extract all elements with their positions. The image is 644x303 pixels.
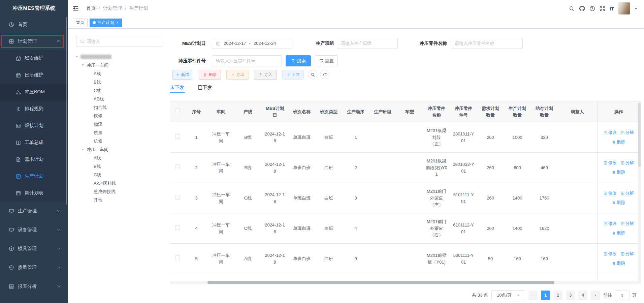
export-button[interactable]: 导出 bbox=[226, 70, 249, 80]
menu-collapse-icon[interactable] bbox=[73, 5, 79, 11]
reset-button[interactable]: 重置 bbox=[315, 55, 338, 66]
sidebar-item-shift-maint[interactable]: 班次维护 bbox=[0, 50, 68, 67]
sidebar-item-schedule-rules[interactable]: 排程规则 bbox=[0, 100, 68, 117]
delete-link[interactable]: 删除 bbox=[612, 200, 625, 206]
avatar[interactable] bbox=[618, 2, 630, 14]
tree-leaf-line[interactable]: C线 bbox=[71, 171, 166, 179]
team-filter-input[interactable] bbox=[341, 41, 394, 46]
tab-dispatched[interactable]: 已下发 bbox=[197, 82, 212, 93]
table-refresh-button[interactable] bbox=[320, 70, 329, 79]
decompose-link[interactable]: 分解 bbox=[621, 160, 634, 166]
row-checkbox[interactable] bbox=[175, 134, 180, 139]
tree-leaf-line[interactable]: A-5#落料线 bbox=[71, 179, 166, 187]
page-button-3[interactable]: 3 bbox=[566, 291, 575, 300]
decompose-link[interactable]: 分解 bbox=[621, 220, 634, 227]
modify-link[interactable]: 修改 bbox=[604, 160, 617, 166]
delete-link[interactable]: 删除 bbox=[612, 169, 625, 176]
decompose-link[interactable]: 分解 bbox=[621, 129, 634, 136]
tree-leaf-label: 物流 bbox=[94, 121, 102, 127]
tree-leaf-line[interactable]: B线 bbox=[71, 162, 166, 171]
tree-leaf-line[interactable]: AB线 bbox=[71, 95, 166, 103]
tree-leaf-line[interactable]: B线 bbox=[71, 78, 166, 86]
sidebar-item-production-plan[interactable]: 生产计划 bbox=[0, 168, 68, 185]
tree-leaf-line[interactable]: 模修 bbox=[71, 112, 166, 120]
sidebar-item-mold-mgmt[interactable]: 模具管理 bbox=[0, 239, 68, 258]
delete-button[interactable]: 删除 bbox=[199, 70, 221, 80]
tab-undispatched[interactable]: 未下发 bbox=[170, 82, 185, 93]
delete-link[interactable]: 删除 bbox=[612, 139, 625, 145]
part-name-filter-input[interactable] bbox=[455, 41, 519, 46]
dispatch-button[interactable]: 下发 bbox=[282, 70, 304, 80]
delete-link[interactable]: 删除 bbox=[612, 230, 625, 236]
table-header-cell: 冲压零件名称 bbox=[423, 101, 450, 122]
sidebar-item-stamping-bom[interactable]: 冲压BOM bbox=[0, 84, 68, 100]
breadcrumb-home[interactable]: 首页 bbox=[86, 5, 96, 11]
sidebar-item-home[interactable]: 首页 bbox=[0, 16, 68, 33]
tree-leaf-line[interactable]: A线 bbox=[71, 154, 166, 162]
sidebar-item-report-analysis[interactable]: 报表分析 bbox=[0, 277, 68, 296]
horizontal-scrollbar-thumb[interactable] bbox=[207, 281, 554, 284]
tree-leaf-line[interactable]: 总成焊接线 bbox=[71, 187, 166, 196]
delete-link[interactable]: 删除 bbox=[612, 260, 625, 267]
row-checkbox[interactable] bbox=[175, 255, 180, 260]
sidebar-item-plan-mgmt[interactable]: 计划管理 bbox=[0, 33, 68, 50]
vertical-scrollbar-thumb[interactable] bbox=[638, 103, 641, 167]
search-button[interactable]: 搜索 bbox=[286, 55, 311, 66]
help-icon[interactable] bbox=[589, 6, 595, 11]
add-button[interactable]: 新增 bbox=[172, 70, 192, 80]
tree-leaf-line[interactable]: 机修 bbox=[71, 137, 166, 145]
sidebar-item-production-mgmt[interactable]: 生产管理 bbox=[0, 202, 68, 220]
table-search-button[interactable] bbox=[308, 70, 317, 79]
sidebar-item-weekly-plan[interactable]: 周计划表 bbox=[0, 185, 68, 202]
tree-node-workshop[interactable]: 冲压二车间 bbox=[71, 145, 166, 154]
tab-home[interactable]: 首页 bbox=[73, 19, 88, 27]
sidebar-item-quality-mgmt[interactable]: 质量管理 bbox=[0, 258, 68, 277]
sidebar-item-demand-plan[interactable]: 需求计划 bbox=[0, 151, 68, 168]
sidebar-item-welding-plan[interactable]: 焊接计划 bbox=[0, 117, 68, 134]
close-icon[interactable]: × bbox=[116, 20, 119, 25]
row-checkbox[interactable] bbox=[175, 195, 180, 200]
tree-leaf-line[interactable]: 其他 bbox=[71, 196, 166, 204]
modify-link[interactable]: 修改 bbox=[604, 129, 617, 136]
table-cell-workshop: 冲压一车间 bbox=[207, 183, 234, 213]
date-range-picker[interactable]: 2024-12-17 - 2024-12-24 bbox=[212, 38, 292, 49]
tree-leaf-line[interactable]: 物流 bbox=[71, 120, 166, 128]
tree-root-node[interactable] bbox=[71, 53, 166, 61]
table-cell-model bbox=[396, 122, 423, 153]
search-icon[interactable] bbox=[569, 6, 575, 11]
goto-page-input[interactable] bbox=[615, 291, 630, 300]
part-no-filter-input[interactable] bbox=[216, 58, 278, 63]
caret-down-icon[interactable] bbox=[635, 8, 637, 9]
decompose-link[interactable]: 分解 bbox=[621, 190, 634, 196]
tab-production-plan[interactable]: 生产计划 × bbox=[90, 19, 122, 27]
row-checkbox[interactable] bbox=[175, 225, 180, 230]
table-actions-cell: 修改分解删除 bbox=[597, 153, 640, 183]
tree-leaf-line[interactable]: C线 bbox=[71, 86, 166, 95]
sidebar-item-equipment-mgmt[interactable]: 设备管理 bbox=[0, 220, 68, 239]
page-button-2[interactable]: 2 bbox=[553, 291, 562, 300]
modify-link[interactable]: 修改 bbox=[604, 190, 617, 196]
tree-leaf-line[interactable]: A线 bbox=[71, 69, 166, 78]
sidebar-item-calendar-maint[interactable]: 日历维护 bbox=[0, 67, 68, 84]
select-all-checkbox[interactable] bbox=[175, 109, 180, 113]
sidebar-scrollbar[interactable] bbox=[66, 17, 67, 205]
page-size-select[interactable]: 10条/页 bbox=[491, 290, 525, 300]
import-button[interactable]: 导入 bbox=[254, 70, 277, 80]
page-button-1[interactable]: 1 bbox=[541, 291, 550, 300]
breadcrumb-plan-mgmt[interactable]: 计划管理 bbox=[103, 5, 122, 11]
tree-node-workshop[interactable]: 冲压一车间 bbox=[71, 61, 166, 69]
page-button-4[interactable]: 4 bbox=[578, 291, 587, 300]
text-size-icon[interactable]: tT bbox=[610, 6, 614, 11]
prev-page-button[interactable]: ‹ bbox=[528, 291, 538, 300]
fullscreen-icon[interactable] bbox=[600, 6, 605, 11]
next-page-button[interactable]: › bbox=[591, 291, 600, 300]
row-checkbox[interactable] bbox=[175, 164, 180, 169]
tree-leaf-line[interactable]: 质量 bbox=[71, 128, 166, 137]
tree-leaf-line[interactable]: 扣合线 bbox=[71, 103, 166, 112]
decompose-link[interactable]: 分解 bbox=[621, 251, 634, 257]
github-icon[interactable] bbox=[579, 5, 585, 11]
modify-link[interactable]: 修改 bbox=[604, 220, 617, 227]
sidebar-item-workorder-assembly[interactable]: 工单总成 bbox=[0, 134, 68, 151]
tree-search-input[interactable] bbox=[87, 39, 159, 44]
modify-link[interactable]: 修改 bbox=[604, 251, 617, 257]
